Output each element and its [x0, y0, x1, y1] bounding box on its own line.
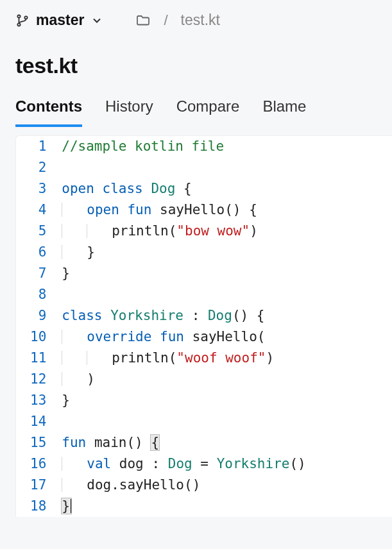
code-line[interactable]: override fun sayHello( [58, 326, 392, 348]
line-number[interactable]: 4 [16, 199, 58, 221]
code-line[interactable]: } [58, 263, 392, 284]
code-line[interactable]: println("bow wow") [58, 221, 392, 242]
breadcrumb-file[interactable]: test.kt [181, 12, 220, 29]
line-number[interactable]: 2 [16, 157, 58, 178]
branch-name: master [36, 12, 84, 29]
breadcrumb-bar: master / test.kt [0, 0, 392, 37]
code-line[interactable]: class Yorkshire : Dog() { [58, 305, 392, 326]
line-number[interactable]: 1 [16, 136, 58, 157]
code-line[interactable]: fun main() { [58, 432, 392, 453]
code-line[interactable]: } [58, 242, 392, 263]
chevron-down-icon [90, 14, 103, 27]
line-number[interactable]: 14 [16, 411, 58, 432]
file-tabs: Contents History Compare Blame [0, 78, 392, 128]
line-number[interactable]: 11 [16, 348, 58, 369]
page-title: test.kt [15, 53, 377, 78]
line-number[interactable]: 18 [16, 496, 58, 517]
git-branch-icon [15, 13, 30, 28]
svg-point-0 [17, 15, 20, 17]
line-number[interactable]: 17 [16, 475, 58, 496]
code-line[interactable]: open fun sayHello() { [58, 199, 392, 221]
line-number[interactable]: 3 [16, 178, 58, 199]
line-number[interactable]: 8 [16, 284, 58, 305]
code-line[interactable]: //sample kotlin file [58, 136, 392, 157]
svg-point-1 [17, 23, 20, 26]
code-line[interactable] [58, 284, 392, 305]
code-line[interactable]: } [58, 496, 392, 517]
branch-selector[interactable]: master [15, 12, 103, 29]
tab-history[interactable]: History [105, 97, 153, 127]
folder-icon[interactable] [135, 13, 151, 28]
line-number[interactable]: 16 [16, 453, 58, 475]
line-number[interactable]: 9 [16, 305, 58, 326]
code-line[interactable]: } [58, 390, 392, 411]
tab-compare[interactable]: Compare [176, 97, 240, 127]
line-number[interactable]: 12 [16, 369, 58, 390]
code-line[interactable]: ) [58, 369, 392, 390]
line-number[interactable]: 10 [16, 326, 58, 348]
code-line[interactable]: val dog : Dog = Yorkshire() [58, 453, 392, 475]
breadcrumb-separator: / [157, 12, 174, 29]
line-number[interactable]: 6 [16, 242, 58, 263]
line-number[interactable]: 15 [16, 432, 58, 453]
svg-point-2 [24, 16, 27, 19]
code-viewer[interactable]: 1//sample kotlin file2 3open class Dog {… [15, 135, 392, 517]
line-number[interactable]: 13 [16, 390, 58, 411]
code-line[interactable]: println("woof woof") [58, 348, 392, 369]
tab-contents[interactable]: Contents [15, 97, 82, 127]
code-line[interactable]: dog.sayHello() [58, 475, 392, 496]
tab-blame[interactable]: Blame [262, 97, 306, 127]
line-number[interactable]: 7 [16, 263, 58, 284]
line-number[interactable]: 5 [16, 221, 58, 242]
code-line[interactable]: open class Dog { [58, 178, 392, 199]
code-line[interactable] [58, 411, 392, 432]
code-line[interactable] [58, 157, 392, 178]
